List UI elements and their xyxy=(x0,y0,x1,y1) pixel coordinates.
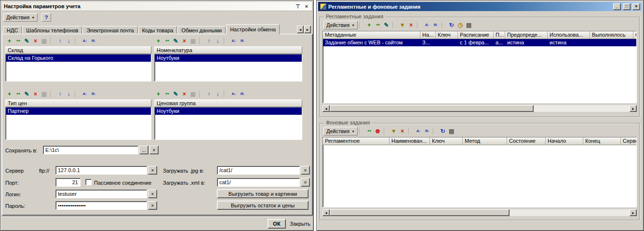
column-header[interactable]: Расписание xyxy=(458,31,494,39)
jpg-clear-button[interactable]: × xyxy=(301,166,310,175)
nomenclature-list-header[interactable]: Номенклатура xyxy=(154,46,302,54)
sort-desc-icon[interactable]: Я↓ xyxy=(89,90,97,98)
scroll-track[interactable] xyxy=(330,209,630,216)
column-header[interactable]: Состояние xyxy=(507,137,546,145)
refresh-icon[interactable]: ↻ xyxy=(439,127,447,135)
tab-6[interactable]: Настройки обмена xyxy=(226,24,280,34)
jpg-path-input[interactable] xyxy=(217,166,300,175)
column-header[interactable]: Начало xyxy=(546,137,583,145)
column-header[interactable]: Использова... xyxy=(548,31,590,39)
sort-asc-icon[interactable]: А↓ xyxy=(414,127,422,135)
sort-desc-icon[interactable]: Я↓ xyxy=(423,127,431,135)
column-header[interactable]: П... xyxy=(494,31,505,39)
server-clear-button[interactable]: × xyxy=(148,166,157,175)
delete-icon[interactable]: × xyxy=(31,90,40,98)
browse-button[interactable]: ... xyxy=(139,146,148,154)
save-to-clear-button[interactable]: × xyxy=(149,146,159,154)
warehouse-list-header[interactable]: Склад xyxy=(5,46,151,54)
move-up-icon[interactable]: ↑ xyxy=(56,37,64,45)
add-copy-icon[interactable]: ++ xyxy=(14,37,22,45)
login-clear-button[interactable]: × xyxy=(148,190,157,198)
tab-scroll-left-icon[interactable]: ◄ xyxy=(297,26,304,33)
column-header[interactable]: Ключ xyxy=(436,31,458,39)
filter-icon[interactable]: ▼ xyxy=(398,21,406,29)
refresh-icon[interactable]: ↻ xyxy=(447,21,456,29)
tab-3[interactable]: Электронная почта xyxy=(82,26,137,34)
login-input[interactable] xyxy=(55,190,147,198)
column-header[interactable]: На... xyxy=(420,31,436,39)
sort-asc-icon[interactable]: А↓ xyxy=(229,90,238,98)
column-header[interactable]: Конец xyxy=(583,137,621,145)
xml-clear-button[interactable]: × xyxy=(301,178,310,187)
clear-filter-icon[interactable]: × xyxy=(398,127,406,135)
sort-desc-icon[interactable]: Я↓ xyxy=(238,90,246,98)
edit-icon[interactable]: ✎ xyxy=(23,90,31,98)
cancel-job-icon[interactable]: ⊗ xyxy=(374,127,382,135)
move-up-icon[interactable]: ↑ xyxy=(56,90,64,98)
list-item[interactable]: Ноутбуки xyxy=(155,108,302,115)
list-item[interactable]: Склад на Горького xyxy=(6,54,151,62)
add-icon[interactable]: + xyxy=(154,37,162,45)
scroll-left-icon[interactable]: ◄ xyxy=(322,209,330,216)
export-goods-button[interactable]: Выгрузить товар и картинки xyxy=(217,189,309,198)
password-clear-button[interactable]: × xyxy=(148,201,157,210)
add-icon[interactable]: + xyxy=(154,90,162,98)
save-to-input[interactable] xyxy=(43,146,138,154)
price-group-list[interactable]: Ноутбуки xyxy=(154,107,302,140)
actions-menu-button[interactable]: Действия ▼ xyxy=(3,13,38,22)
add-copy-icon[interactable]: ++ xyxy=(163,90,171,98)
column-header[interactable]: Выполнялось xyxy=(590,31,633,39)
add-icon[interactable]: + xyxy=(365,21,373,29)
copy-icon[interactable]: ++ xyxy=(365,127,373,135)
password-input[interactable] xyxy=(55,201,147,210)
column-header[interactable]: Ключ xyxy=(430,137,463,145)
scroll-right-icon[interactable]: ► xyxy=(630,105,637,112)
sort-asc-icon[interactable]: А↓ xyxy=(229,37,238,45)
column-header[interactable]: Состоя... xyxy=(633,31,637,39)
scroll-track[interactable] xyxy=(330,105,630,112)
server-input[interactable] xyxy=(55,166,147,175)
move-down-icon[interactable]: ↓ xyxy=(65,90,73,98)
sort-asc-icon[interactable]: А↓ xyxy=(80,37,89,45)
scroll-left-icon[interactable]: ◄ xyxy=(322,105,330,112)
minimize-icon[interactable]: _ xyxy=(613,3,621,10)
scheduled-horizontal-scrollbar[interactable]: ◄ ► xyxy=(322,105,637,112)
move-down-icon[interactable]: ↓ xyxy=(214,37,222,45)
maximize-icon[interactable]: □ xyxy=(623,3,631,10)
move-down-icon[interactable]: ↓ xyxy=(214,90,222,98)
add-icon[interactable]: + xyxy=(5,90,13,98)
column-header[interactable]: Метод xyxy=(463,137,507,145)
column-header[interactable]: Метаданные xyxy=(323,31,420,39)
price-group-list-header[interactable]: Ценовая группа xyxy=(154,99,302,107)
move-up-icon[interactable]: ↑ xyxy=(205,37,213,45)
tab-5[interactable]: Обмен данными xyxy=(177,26,226,34)
settings-icon[interactable]: ▤ xyxy=(465,21,473,29)
port-input[interactable] xyxy=(55,178,80,187)
delete-icon[interactable]: × xyxy=(180,37,188,45)
xml-path-input[interactable] xyxy=(217,178,300,187)
sort-asc-icon[interactable]: А↓ xyxy=(423,21,431,29)
scroll-right-icon[interactable]: ► xyxy=(630,209,637,216)
table-row[interactable]: Задание обмен с WEB - сайтомЗ...с 1 февр… xyxy=(323,39,636,46)
scheduled-jobs-table[interactable]: МетаданныеНа...КлючРасписаниеП...Предопр… xyxy=(322,31,637,103)
close-button[interactable]: Закрыть xyxy=(289,219,311,229)
column-header[interactable]: Предопреде... xyxy=(505,31,548,39)
copy-icon[interactable]: ++ xyxy=(374,21,382,29)
sort-desc-icon[interactable]: Я↓ xyxy=(238,37,246,45)
clear-filter-icon[interactable]: × xyxy=(407,21,415,29)
background-actions-button[interactable]: Действия ▼ xyxy=(323,127,358,136)
scheduled-actions-button[interactable]: Действия ▼ xyxy=(323,21,358,29)
edit-icon[interactable]: ✎ xyxy=(382,21,390,29)
list-item[interactable]: Партнер xyxy=(6,108,151,115)
background-jobs-table[interactable]: РегламентноеНаименован...КлючМетодСостоя… xyxy=(322,137,637,207)
tab-2[interactable]: Шаблоны телефонов xyxy=(22,26,82,34)
add-copy-icon[interactable]: ++ xyxy=(14,90,22,98)
sort-asc-icon[interactable]: А↓ xyxy=(80,90,89,98)
delete-icon[interactable]: × xyxy=(180,90,188,98)
list-item[interactable]: Ноутбуки xyxy=(155,54,302,62)
ok-button[interactable]: ОК xyxy=(268,219,286,229)
close-icon[interactable]: × xyxy=(632,3,640,10)
schedule-icon[interactable]: ◷ xyxy=(456,21,464,29)
column-header[interactable]: Сервер xyxy=(621,137,637,145)
pin-icon[interactable]: ⊤ xyxy=(295,3,301,10)
